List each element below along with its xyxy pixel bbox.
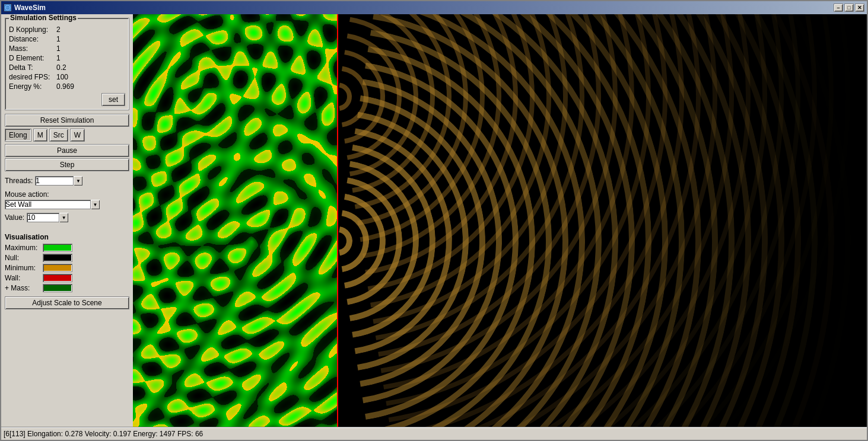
d-kopplung-row: D Kopplung: 2 (9, 25, 125, 34)
threads-select[interactable]: 1 2 4 8 (35, 176, 82, 186)
d-element-value: 1 (56, 54, 61, 62)
d-element-label: D Element: (9, 54, 56, 62)
threads-label: Threads: (5, 177, 33, 185)
fps-value: 100 (56, 73, 68, 81)
settings-group-label: Simulation Settings (9, 14, 78, 22)
mass-vis-label: + Mass: (5, 284, 43, 292)
max-vis-label: Maximum: (5, 244, 43, 252)
d-kopplung-label: D Kopplung: (9, 25, 56, 34)
status-bar: [6[113] Elongation: 0.278 Velocity: 0.19… (1, 427, 867, 440)
min-color-box (43, 264, 72, 272)
wall-vis-label: Wall: (5, 274, 43, 282)
min-vis-label: Minimum: (5, 264, 43, 272)
null-vis-label: Null: (5, 254, 43, 262)
pause-button[interactable]: Pause (5, 144, 129, 157)
adjust-scale-button[interactable]: Adjust Scale to Scene (5, 296, 129, 309)
threads-row: Threads: 1 2 4 8 ▼ (5, 176, 129, 186)
energy-label: Energy %: (9, 82, 56, 91)
mass-value: 1 (56, 44, 61, 53)
distance-row: Distance: 1 (9, 35, 125, 43)
mode-buttons: Elong M Src W (5, 129, 129, 142)
visualisation-title: Visualisation (5, 233, 129, 241)
w-button[interactable]: W (70, 129, 85, 142)
mouse-action-section: Mouse action: Set Wall Remove Wall Add S… (5, 190, 129, 209)
status-text: [6[113] Elongation: 0.278 Velocity: 0.19… (4, 430, 203, 438)
simulation-area (133, 14, 867, 427)
mass-label: Mass: (9, 44, 56, 53)
value-row: Value: 1 5 10 20 50 ▼ (5, 213, 129, 222)
reset-simulation-button[interactable]: Reset Simulation (5, 114, 129, 127)
elong-button[interactable]: Elong (5, 129, 31, 142)
minimize-button[interactable]: – (834, 4, 843, 12)
null-vis-row: Null: (5, 254, 129, 262)
max-vis-row: Maximum: (5, 244, 129, 252)
simulation-canvas[interactable] (133, 14, 867, 427)
title-bar-left: WaveSim (4, 4, 46, 12)
mouse-action-select[interactable]: Set Wall Remove Wall Add Source Remove S… (5, 200, 100, 209)
main-window: WaveSim – □ ✕ Simulation Settings D Kopp… (0, 0, 868, 441)
distance-value: 1 (56, 35, 61, 43)
app-icon (4, 4, 12, 12)
fps-row: desired FPS: 100 (9, 73, 125, 81)
energy-row: Energy %: 0.969 (9, 82, 125, 91)
mass-row: Mass: 1 (9, 44, 125, 53)
null-color-box (43, 254, 72, 262)
value-select[interactable]: 1 5 10 20 50 (27, 213, 68, 222)
d-element-row: D Element: 1 (9, 54, 125, 62)
delta-t-value: 0.2 (56, 63, 66, 72)
set-button[interactable]: set (101, 93, 125, 106)
src-button[interactable]: Src (49, 129, 68, 142)
title-bar: WaveSim – □ ✕ (1, 1, 867, 14)
visualisation-section: Visualisation Maximum: Null: Minimum: Wa… (5, 229, 129, 309)
window-title: WaveSim (14, 4, 46, 12)
mass-color-box (43, 284, 72, 292)
control-buttons: Reset Simulation Elong M Src W Pause Ste… (5, 113, 129, 171)
settings-group: Simulation Settings D Kopplung: 2 Distan… (5, 18, 129, 110)
threads-select-wrapper: 1 2 4 8 ▼ (35, 176, 82, 186)
left-panel: Simulation Settings D Kopplung: 2 Distan… (1, 14, 133, 427)
delta-t-label: Delta T: (9, 63, 56, 72)
delta-t-row: Delta T: 0.2 (9, 63, 125, 72)
wall-color-box (43, 274, 72, 282)
distance-label: Distance: (9, 35, 56, 43)
maximize-button[interactable]: □ (844, 4, 854, 12)
main-content: Simulation Settings D Kopplung: 2 Distan… (1, 14, 867, 427)
d-kopplung-value: 2 (56, 25, 61, 34)
wall-vis-row: Wall: (5, 274, 129, 282)
mouse-action-select-wrapper: Set Wall Remove Wall Add Source Remove S… (5, 200, 100, 209)
max-color-box (43, 244, 72, 252)
value-label: Value: (5, 213, 24, 222)
title-bar-controls: – □ ✕ (834, 4, 864, 12)
min-vis-row: Minimum: (5, 264, 129, 272)
mouse-action-label: Mouse action: (5, 190, 49, 199)
mass-vis-row: + Mass: (5, 284, 129, 292)
fps-label: desired FPS: (9, 73, 56, 81)
m-button[interactable]: M (33, 129, 47, 142)
close-button[interactable]: ✕ (855, 4, 864, 12)
energy-value: 0.969 (56, 82, 74, 91)
value-select-wrapper: 1 5 10 20 50 ▼ (27, 213, 68, 222)
step-button[interactable]: Step (5, 158, 129, 171)
mouse-action-label-row: Mouse action: (5, 190, 129, 199)
